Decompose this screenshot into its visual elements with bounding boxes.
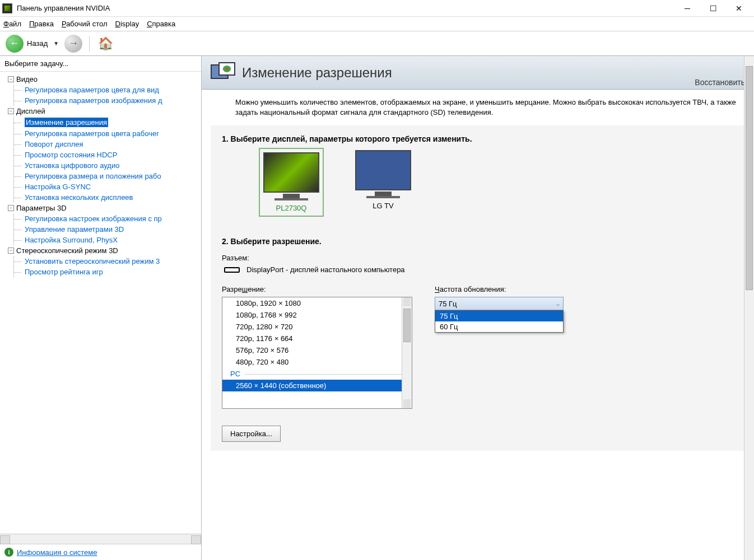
tree-item[interactable]: Регулировка размера и положения рабо [0, 171, 201, 181]
display-list: PL2730QLG TV [222, 150, 734, 214]
system-info-link[interactable]: Информация о системе [17, 548, 97, 557]
resolution-item[interactable]: 576p, 720 × 576 [222, 344, 412, 356]
titlebar: Панель управления NVIDIA ─ ☐ ✕ [0, 0, 754, 17]
refresh-option[interactable]: 75 Гц [435, 311, 563, 321]
tree-item[interactable]: Изменение разрешения [0, 116, 201, 128]
tree-item[interactable]: Регулировка параметров изображения д [0, 95, 201, 106]
menu-desktop[interactable]: Рабочий стол [62, 20, 108, 28]
toolbar-separator [89, 36, 90, 52]
tree-item[interactable]: Регулировка параметров цвета рабочег [0, 128, 201, 139]
nvidia-icon [2, 3, 12, 13]
resolution-item[interactable]: 1080p, 1768 × 992 [222, 309, 412, 321]
toolbar: ← Назад ▼ → 🏠 [0, 31, 754, 56]
menu-edit[interactable]: Правка [29, 20, 54, 28]
menu-help[interactable]: Справка [147, 20, 175, 28]
resolution-scrollbar[interactable] [402, 297, 412, 408]
tree-category[interactable]: −Параметры 3D [0, 203, 201, 213]
settings-panel: 1. Выберите дисплей, параметры которого … [211, 125, 745, 451]
tree-item[interactable]: Просмотр рейтинга игр [0, 267, 201, 277]
refresh-label: Частота обновления: [435, 285, 564, 293]
tree-item[interactable]: Установка нескольких дисплеев [0, 192, 201, 203]
sidebar-footer: i Информация о системе [0, 544, 201, 560]
port-value: DisplayPort - дисплей настольного компью… [246, 265, 405, 274]
tree-category[interactable]: −Стереоскопический режим 3D [0, 245, 201, 256]
resolution-item[interactable]: 1080p, 1920 × 1080 [222, 297, 412, 309]
back-label: Назад [27, 39, 48, 48]
tree-item[interactable]: Настройка Surround, PhysX [0, 235, 201, 245]
customize-button[interactable]: Настройка... [222, 426, 281, 442]
page-title: Изменение разрешения [242, 65, 695, 81]
resolution-item[interactable]: 720p, 1176 × 664 [222, 333, 412, 344]
home-button[interactable]: 🏠 [96, 35, 114, 53]
close-button[interactable]: ✕ [726, 0, 752, 17]
content-vscrollbar[interactable] [744, 56, 754, 560]
back-button[interactable]: ← [6, 35, 24, 53]
tree-category[interactable]: −Видео [0, 74, 201, 85]
step1-header: 1. Выберите дисплей, параметры которого … [222, 134, 734, 143]
menubar: Файл Правка Рабочий стол Display Справка [0, 17, 754, 31]
port-label: Разъем: [222, 254, 734, 262]
tree-item[interactable]: Просмотр состояния HDCP [0, 150, 201, 160]
content-pane: Изменение разрешения Восстановить Можно … [202, 56, 754, 560]
resolution-item[interactable]: 2560 × 1440 (собственное) [222, 380, 412, 391]
window-title: Панель управления NVIDIA [17, 4, 674, 12]
refresh-option[interactable]: 60 Гц [435, 321, 563, 332]
resolution-icon [211, 62, 235, 83]
minimize-button[interactable]: ─ [674, 0, 700, 17]
tree-item[interactable]: Установка цифрового аудио [0, 160, 201, 171]
sidebar-hscrollbar[interactable] [0, 534, 201, 544]
menu-file[interactable]: Файл [3, 20, 21, 28]
page-header: Изменение разрешения Восстановить [202, 56, 754, 90]
resolution-label: Разрешение: [222, 285, 412, 293]
refresh-combo[interactable]: 75 Гц ⌵ [435, 297, 564, 310]
task-tree[interactable]: −ВидеоРегулировка параметров цвета для в… [0, 72, 201, 534]
display-item[interactable]: LG TV [355, 150, 411, 214]
tree-item[interactable]: Регулировка параметров цвета для вид [0, 85, 201, 95]
display-item[interactable]: PL2730Q [261, 150, 322, 214]
resolution-list[interactable]: 1080p, 1920 × 10801080p, 1768 × 992720p,… [222, 297, 412, 409]
refresh-selected: 75 Гц [439, 300, 457, 308]
resolution-item[interactable]: 480p, 720 × 480 [222, 356, 412, 368]
sidebar-header: Выберите задачу... [0, 56, 201, 72]
tree-item[interactable]: Настройка G-SYNC [0, 181, 201, 192]
maximize-button[interactable]: ☐ [700, 0, 726, 17]
sidebar: Выберите задачу... −ВидеоРегулировка пар… [0, 56, 202, 560]
tree-item[interactable]: Регулировка настроек изображения с пр [0, 213, 201, 224]
tree-category[interactable]: −Дисплей [0, 106, 201, 116]
resolution-group: PC [222, 368, 412, 380]
step2-header: 2. Выберите разрешение. [222, 237, 734, 246]
resolution-item[interactable]: 720p, 1280 × 720 [222, 321, 412, 333]
restore-link[interactable]: Восстановить [695, 78, 745, 89]
displayport-icon [224, 267, 240, 273]
tree-item[interactable]: Управление параметрами 3D [0, 224, 201, 235]
forward-button[interactable]: → [64, 35, 82, 53]
tree-item[interactable]: Установить стереоскопический режим 3 [0, 256, 201, 267]
refresh-dropdown[interactable]: 75 Гц60 Гц [435, 310, 564, 333]
tree-item[interactable]: Поворот дисплея [0, 139, 201, 150]
info-icon: i [4, 548, 13, 557]
page-intro: Можно уменьшить количество элементов, от… [202, 90, 754, 125]
menu-display[interactable]: Display [115, 20, 139, 28]
chevron-down-icon: ⌵ [556, 301, 560, 307]
back-dropdown[interactable]: ▼ [51, 40, 61, 46]
